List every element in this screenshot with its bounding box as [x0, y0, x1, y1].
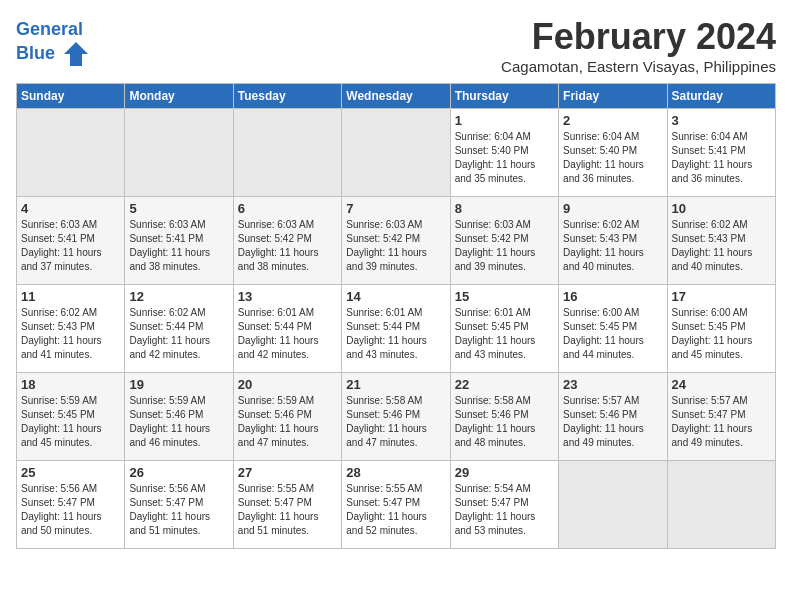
calendar-cell: 13Sunrise: 6:01 AMSunset: 5:44 PMDayligh…	[233, 285, 341, 373]
day-number: 13	[238, 289, 337, 304]
daylight-label: Daylight: 11 hours and 46 minutes.	[129, 423, 210, 448]
calendar-cell: 6Sunrise: 6:03 AMSunset: 5:42 PMDaylight…	[233, 197, 341, 285]
calendar-cell: 17Sunrise: 6:00 AMSunset: 5:45 PMDayligh…	[667, 285, 775, 373]
header-wednesday: Wednesday	[342, 84, 450, 109]
day-number: 26	[129, 465, 228, 480]
daylight-label: Daylight: 11 hours and 39 minutes.	[455, 247, 536, 272]
calendar-cell: 7Sunrise: 6:03 AMSunset: 5:42 PMDaylight…	[342, 197, 450, 285]
cell-content: Sunrise: 5:57 AMSunset: 5:46 PMDaylight:…	[563, 394, 662, 450]
calendar-body: 1Sunrise: 6:04 AMSunset: 5:40 PMDaylight…	[17, 109, 776, 549]
calendar-cell: 19Sunrise: 5:59 AMSunset: 5:46 PMDayligh…	[125, 373, 233, 461]
header-thursday: Thursday	[450, 84, 558, 109]
sunrise-label: Sunrise: 6:04 AM	[672, 131, 748, 142]
sunrise-label: Sunrise: 6:01 AM	[455, 307, 531, 318]
daylight-label: Daylight: 11 hours and 51 minutes.	[129, 511, 210, 536]
day-number: 8	[455, 201, 554, 216]
calendar-cell	[342, 109, 450, 197]
daylight-label: Daylight: 11 hours and 50 minutes.	[21, 511, 102, 536]
calendar-cell: 2Sunrise: 6:04 AMSunset: 5:40 PMDaylight…	[559, 109, 667, 197]
sunset-label: Sunset: 5:46 PM	[563, 409, 637, 420]
day-number: 23	[563, 377, 662, 392]
sunset-label: Sunset: 5:43 PM	[672, 233, 746, 244]
calendar-cell: 10Sunrise: 6:02 AMSunset: 5:43 PMDayligh…	[667, 197, 775, 285]
day-number: 28	[346, 465, 445, 480]
daylight-label: Daylight: 11 hours and 45 minutes.	[672, 335, 753, 360]
sunset-label: Sunset: 5:46 PM	[238, 409, 312, 420]
sunset-label: Sunset: 5:40 PM	[455, 145, 529, 156]
cell-content: Sunrise: 6:02 AMSunset: 5:44 PMDaylight:…	[129, 306, 228, 362]
daylight-label: Daylight: 11 hours and 43 minutes.	[346, 335, 427, 360]
cell-content: Sunrise: 5:56 AMSunset: 5:47 PMDaylight:…	[129, 482, 228, 538]
sunset-label: Sunset: 5:47 PM	[238, 497, 312, 508]
sunset-label: Sunset: 5:42 PM	[238, 233, 312, 244]
daylight-label: Daylight: 11 hours and 40 minutes.	[672, 247, 753, 272]
calendar-cell: 27Sunrise: 5:55 AMSunset: 5:47 PMDayligh…	[233, 461, 341, 549]
sunrise-label: Sunrise: 5:55 AM	[238, 483, 314, 494]
daylight-label: Daylight: 11 hours and 41 minutes.	[21, 335, 102, 360]
daylight-label: Daylight: 11 hours and 52 minutes.	[346, 511, 427, 536]
sunrise-label: Sunrise: 6:03 AM	[455, 219, 531, 230]
daylight-label: Daylight: 11 hours and 37 minutes.	[21, 247, 102, 272]
calendar-cell: 18Sunrise: 5:59 AMSunset: 5:45 PMDayligh…	[17, 373, 125, 461]
calendar-cell: 20Sunrise: 5:59 AMSunset: 5:46 PMDayligh…	[233, 373, 341, 461]
day-number: 15	[455, 289, 554, 304]
calendar-cell: 5Sunrise: 6:03 AMSunset: 5:41 PMDaylight…	[125, 197, 233, 285]
daylight-label: Daylight: 11 hours and 43 minutes.	[455, 335, 536, 360]
cell-content: Sunrise: 6:01 AMSunset: 5:44 PMDaylight:…	[346, 306, 445, 362]
calendar-cell	[17, 109, 125, 197]
week-row-4: 25Sunrise: 5:56 AMSunset: 5:47 PMDayligh…	[17, 461, 776, 549]
day-number: 18	[21, 377, 120, 392]
sunset-label: Sunset: 5:46 PM	[455, 409, 529, 420]
cell-content: Sunrise: 6:04 AMSunset: 5:40 PMDaylight:…	[563, 130, 662, 186]
sunset-label: Sunset: 5:45 PM	[672, 321, 746, 332]
calendar-cell: 24Sunrise: 5:57 AMSunset: 5:47 PMDayligh…	[667, 373, 775, 461]
cell-content: Sunrise: 6:00 AMSunset: 5:45 PMDaylight:…	[563, 306, 662, 362]
cell-content: Sunrise: 5:57 AMSunset: 5:47 PMDaylight:…	[672, 394, 771, 450]
sunrise-label: Sunrise: 6:03 AM	[238, 219, 314, 230]
cell-content: Sunrise: 5:59 AMSunset: 5:45 PMDaylight:…	[21, 394, 120, 450]
cell-content: Sunrise: 6:02 AMSunset: 5:43 PMDaylight:…	[672, 218, 771, 274]
cell-content: Sunrise: 5:55 AMSunset: 5:47 PMDaylight:…	[238, 482, 337, 538]
day-number: 29	[455, 465, 554, 480]
sunrise-label: Sunrise: 5:57 AM	[672, 395, 748, 406]
daylight-label: Daylight: 11 hours and 42 minutes.	[238, 335, 319, 360]
sunset-label: Sunset: 5:41 PM	[672, 145, 746, 156]
daylight-label: Daylight: 11 hours and 35 minutes.	[455, 159, 536, 184]
cell-content: Sunrise: 6:00 AMSunset: 5:45 PMDaylight:…	[672, 306, 771, 362]
calendar-cell: 4Sunrise: 6:03 AMSunset: 5:41 PMDaylight…	[17, 197, 125, 285]
week-row-1: 4Sunrise: 6:03 AMSunset: 5:41 PMDaylight…	[17, 197, 776, 285]
cell-content: Sunrise: 6:03 AMSunset: 5:42 PMDaylight:…	[455, 218, 554, 274]
sunset-label: Sunset: 5:44 PM	[238, 321, 312, 332]
week-row-3: 18Sunrise: 5:59 AMSunset: 5:45 PMDayligh…	[17, 373, 776, 461]
daylight-label: Daylight: 11 hours and 36 minutes.	[563, 159, 644, 184]
cell-content: Sunrise: 5:56 AMSunset: 5:47 PMDaylight:…	[21, 482, 120, 538]
day-number: 12	[129, 289, 228, 304]
cell-content: Sunrise: 6:03 AMSunset: 5:42 PMDaylight:…	[346, 218, 445, 274]
daylight-label: Daylight: 11 hours and 44 minutes.	[563, 335, 644, 360]
calendar-cell: 14Sunrise: 6:01 AMSunset: 5:44 PMDayligh…	[342, 285, 450, 373]
calendar-cell: 22Sunrise: 5:58 AMSunset: 5:46 PMDayligh…	[450, 373, 558, 461]
sunrise-label: Sunrise: 5:58 AM	[455, 395, 531, 406]
sunrise-label: Sunrise: 6:03 AM	[346, 219, 422, 230]
day-number: 1	[455, 113, 554, 128]
svg-marker-0	[64, 42, 88, 66]
sunset-label: Sunset: 5:47 PM	[21, 497, 95, 508]
sunset-label: Sunset: 5:45 PM	[563, 321, 637, 332]
day-number: 17	[672, 289, 771, 304]
sunset-label: Sunset: 5:41 PM	[21, 233, 95, 244]
week-row-2: 11Sunrise: 6:02 AMSunset: 5:43 PMDayligh…	[17, 285, 776, 373]
sunset-label: Sunset: 5:47 PM	[129, 497, 203, 508]
cell-content: Sunrise: 6:01 AMSunset: 5:44 PMDaylight:…	[238, 306, 337, 362]
sunset-label: Sunset: 5:47 PM	[455, 497, 529, 508]
calendar-cell	[233, 109, 341, 197]
day-number: 14	[346, 289, 445, 304]
daylight-label: Daylight: 11 hours and 47 minutes.	[346, 423, 427, 448]
sunset-label: Sunset: 5:45 PM	[455, 321, 529, 332]
sunset-label: Sunset: 5:46 PM	[346, 409, 420, 420]
daylight-label: Daylight: 11 hours and 36 minutes.	[672, 159, 753, 184]
day-number: 10	[672, 201, 771, 216]
logo-blue: Blue	[16, 43, 55, 63]
calendar-cell: 29Sunrise: 5:54 AMSunset: 5:47 PMDayligh…	[450, 461, 558, 549]
cell-content: Sunrise: 6:02 AMSunset: 5:43 PMDaylight:…	[21, 306, 120, 362]
cell-content: Sunrise: 6:03 AMSunset: 5:41 PMDaylight:…	[21, 218, 120, 274]
